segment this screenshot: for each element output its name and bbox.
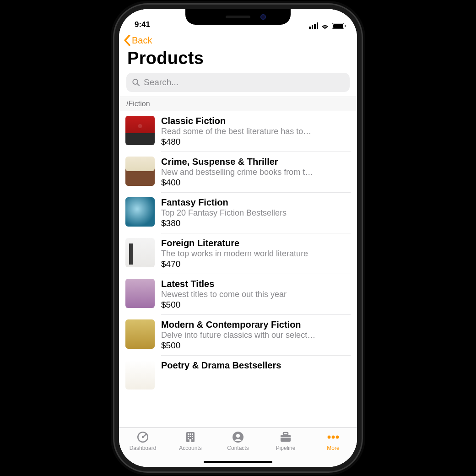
briefcase-icon — [279, 431, 292, 444]
svg-rect-17 — [281, 435, 291, 442]
tab-label: Dashboard — [130, 445, 157, 451]
status-time: 9:41 — [135, 20, 150, 29]
search-field[interactable] — [126, 73, 350, 92]
svg-rect-11 — [192, 436, 193, 437]
product-thumbnail — [125, 319, 155, 349]
section-header: /Fiction — [119, 97, 357, 111]
svg-point-16 — [236, 434, 240, 438]
svg-rect-8 — [192, 433, 193, 435]
list-item[interactable]: Classic Fiction Read some of the best li… — [119, 111, 357, 152]
svg-rect-9 — [188, 436, 189, 437]
product-subtitle: Top 20 Fantasy Fiction Bestsellers — [161, 208, 351, 218]
product-title: Poetry & Drama Bestsellers — [161, 360, 351, 371]
gauge-icon — [136, 431, 150, 444]
svg-rect-10 — [190, 436, 191, 437]
tab-label: Accounts — [179, 445, 201, 451]
product-subtitle: Delve into future classics with our sele… — [161, 330, 351, 340]
product-title: Foreign Literature — [161, 238, 351, 249]
svg-rect-19 — [281, 438, 291, 438]
list-item[interactable]: Crime, Suspense & Thriller New and bests… — [119, 152, 357, 193]
product-thumbnail — [125, 279, 155, 308]
list-item[interactable]: Foreign Literature The top works in mode… — [119, 233, 357, 274]
chevron-left-icon — [124, 35, 131, 46]
product-price: $500 — [161, 341, 351, 351]
list-item[interactable]: Poetry & Drama Bestsellers — [119, 356, 357, 389]
back-button[interactable]: Back — [119, 30, 357, 48]
screen: 9:41 Back Products /Fiction — [119, 9, 357, 467]
building-icon — [184, 431, 197, 444]
product-list[interactable]: Classic Fiction Read some of the best li… — [119, 111, 357, 427]
home-indicator[interactable] — [204, 461, 272, 463]
product-price: $380 — [161, 218, 351, 228]
list-item[interactable]: Latest Titles Newest titles to come out … — [119, 274, 357, 315]
phone-frame: 9:41 Back Products /Fiction — [119, 9, 357, 467]
svg-rect-7 — [190, 433, 191, 435]
search-input[interactable] — [144, 77, 344, 87]
speaker-grille — [226, 16, 250, 18]
wifi-icon — [321, 23, 329, 29]
svg-rect-12 — [188, 438, 189, 439]
search-icon — [132, 78, 140, 87]
svg-rect-18 — [283, 433, 288, 435]
cellular-signal-icon — [309, 22, 318, 29]
front-camera — [260, 14, 266, 20]
product-title: Latest Titles — [161, 279, 351, 289]
svg-point-20 — [328, 436, 331, 439]
product-subtitle: The top works in modern world literature — [161, 249, 351, 259]
tab-label: Pipeline — [276, 445, 296, 451]
product-subtitle: Newest titles to come out this year — [161, 290, 351, 299]
product-thumbnail — [125, 157, 155, 186]
svg-rect-14 — [189, 439, 191, 442]
product-price: $500 — [161, 300, 351, 310]
product-title: Modern & Contemporary Fiction — [161, 319, 351, 330]
product-subtitle: Read some of the best literature has to… — [161, 127, 351, 136]
tab-more[interactable]: More — [309, 431, 357, 467]
product-thumbnail — [125, 238, 155, 267]
back-label: Back — [132, 35, 152, 46]
tab-label: Contacts — [227, 445, 249, 451]
list-item[interactable]: Modern & Contemporary Fiction Delve into… — [119, 315, 357, 356]
product-title: Crime, Suspense & Thriller — [161, 157, 351, 167]
product-price: $480 — [161, 137, 351, 147]
product-title: Classic Fiction — [161, 116, 351, 126]
notch — [185, 9, 291, 25]
svg-point-22 — [336, 436, 339, 439]
svg-point-21 — [332, 436, 335, 439]
product-thumbnail — [125, 197, 155, 227]
tab-dashboard[interactable]: Dashboard — [119, 431, 167, 467]
page-title: Products — [119, 48, 357, 73]
more-icon — [326, 431, 340, 444]
product-thumbnail — [125, 116, 155, 145]
product-title: Fantasy Fiction — [161, 197, 351, 208]
svg-line-1 — [137, 84, 139, 86]
svg-rect-13 — [192, 438, 193, 439]
product-price: $400 — [161, 178, 351, 188]
svg-point-4 — [142, 436, 144, 438]
tab-label: More — [327, 445, 339, 451]
product-thumbnail — [125, 360, 155, 389]
product-subtitle: New and bestselling crime books from t… — [161, 168, 351, 177]
list-item[interactable]: Fantasy Fiction Top 20 Fantasy Fiction B… — [119, 193, 357, 233]
person-circle-icon — [231, 431, 245, 444]
product-price: $470 — [161, 259, 351, 269]
svg-rect-6 — [188, 433, 189, 435]
battery-icon — [332, 23, 344, 29]
